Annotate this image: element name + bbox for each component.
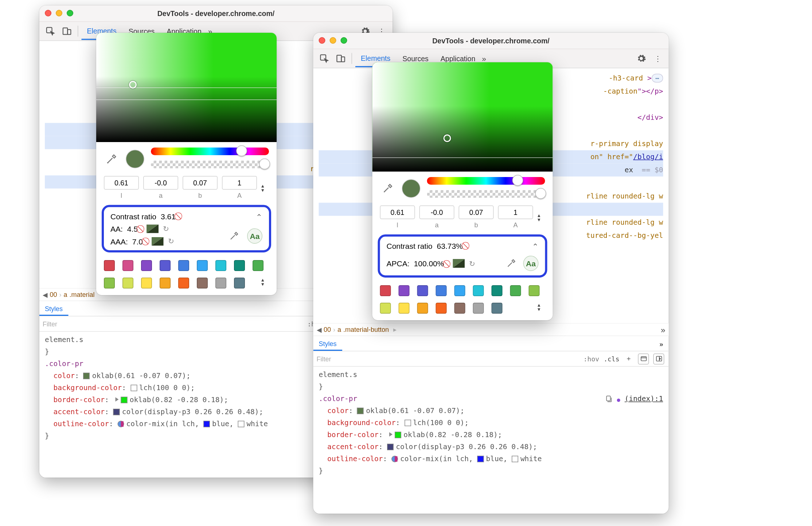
- crumb-item[interactable]: a: [337, 326, 341, 333]
- minimize-icon[interactable]: [330, 37, 336, 44]
- alpha-input[interactable]: [498, 205, 533, 219]
- palette-swatch[interactable]: [141, 278, 152, 288]
- palette-swatch[interactable]: [417, 285, 428, 296]
- palette-swatch[interactable]: [160, 278, 171, 288]
- palette-swatch[interactable]: [454, 285, 465, 296]
- palette-swatch[interactable]: [399, 303, 410, 314]
- tab-styles[interactable]: Styles: [39, 302, 68, 316]
- palette-swatch[interactable]: [178, 260, 189, 271]
- close-icon[interactable]: [319, 37, 325, 44]
- b-input[interactable]: [183, 176, 218, 190]
- palette-swatch[interactable]: [417, 303, 428, 314]
- alpha-slider[interactable]: [427, 190, 545, 198]
- eyedropper-icon[interactable]: [380, 181, 395, 196]
- eyedropper-icon[interactable]: [504, 256, 519, 271]
- maximize-icon[interactable]: [67, 10, 73, 16]
- inspect-icon[interactable]: [317, 51, 332, 66]
- css-declaration[interactable]: color: oklab(0.61 -0.07 0.07);: [319, 405, 663, 417]
- plus-icon[interactable]: ＋: [624, 354, 634, 364]
- saturation-field[interactable]: [372, 62, 553, 172]
- crumb-item[interactable]: 00: [324, 326, 331, 333]
- format-spinner[interactable]: ▴▾: [538, 213, 545, 221]
- palette-swatch[interactable]: [253, 260, 263, 271]
- palette-swatch[interactable]: [141, 260, 152, 271]
- slider-knob[interactable]: [535, 188, 546, 199]
- href-link[interactable]: /blog/i: [633, 153, 663, 161]
- chevron-up-icon[interactable]: ⌃: [532, 242, 539, 251]
- reload-icon[interactable]: ↻: [168, 237, 174, 246]
- device-icon[interactable]: [333, 51, 348, 66]
- b-input[interactable]: [459, 205, 494, 219]
- reload-icon[interactable]: ↻: [163, 225, 169, 233]
- palette-swatch[interactable]: [380, 285, 391, 296]
- more-tabs-icon[interactable]: »: [482, 54, 486, 63]
- style-icon[interactable]: [638, 353, 649, 364]
- a-input[interactable]: [419, 205, 454, 219]
- palette-swatch[interactable]: [473, 285, 484, 296]
- palette-swatch[interactable]: [529, 285, 540, 296]
- palette-swatch[interactable]: [399, 285, 410, 296]
- crumb-item[interactable]: .material-button: [343, 326, 389, 333]
- alpha-slider[interactable]: [151, 161, 269, 168]
- filter-input[interactable]: Filter: [313, 355, 363, 362]
- slider-knob[interactable]: [512, 175, 523, 186]
- chevron-left-icon[interactable]: ◂: [317, 323, 322, 335]
- breadcrumb[interactable]: ◂ 00 › a .material-button ▸ »: [313, 323, 669, 336]
- contrast-swatch[interactable]: [453, 259, 465, 268]
- eyedropper-icon[interactable]: [104, 152, 119, 167]
- contrast-swatch[interactable]: [152, 237, 164, 246]
- source-link[interactable]: (index):1: [605, 393, 663, 405]
- css-declaration[interactable]: background-color: lch(100 0 0);: [319, 417, 663, 429]
- minimize-icon[interactable]: [56, 10, 62, 16]
- alpha-input[interactable]: [222, 176, 257, 190]
- slider-knob[interactable]: [259, 158, 270, 169]
- palette-swatch[interactable]: [122, 260, 133, 271]
- filter-input[interactable]: Filter: [39, 320, 89, 327]
- format-spinner[interactable]: ▴▾: [261, 183, 269, 192]
- palette-swatch[interactable]: [178, 278, 189, 288]
- close-icon[interactable]: [45, 10, 51, 16]
- palette-spinner[interactable]: ▴▾: [261, 278, 269, 286]
- palette-swatch[interactable]: [234, 260, 245, 271]
- color-handle[interactable]: [129, 81, 137, 89]
- tab-styles[interactable]: Styles: [313, 337, 342, 351]
- palette-swatch[interactable]: [473, 303, 484, 314]
- styles-pane[interactable]: element.s } .color-pr (index):1 color: o…: [313, 368, 669, 478]
- a-input[interactable]: [143, 176, 178, 190]
- overflow-icon[interactable]: »: [659, 340, 668, 348]
- palette-swatch[interactable]: [197, 260, 208, 271]
- hue-slider[interactable]: [151, 148, 269, 155]
- palette-spinner[interactable]: ▴▾: [538, 303, 545, 311]
- palette-swatch[interactable]: [122, 278, 133, 288]
- saturation-field[interactable]: [96, 33, 277, 142]
- crumb-item[interactable]: a: [64, 291, 67, 298]
- crumb-item[interactable]: 00: [50, 291, 57, 298]
- palette-swatch[interactable]: [104, 278, 115, 288]
- color-picker[interactable]: l a b A ▴▾ Contrast ratio 3.61 ⃠ ⌃ AA: 4…: [96, 33, 277, 295]
- hue-slider[interactable]: [427, 177, 545, 185]
- chevron-right-icon[interactable]: ▸: [393, 326, 397, 333]
- device-icon[interactable]: [59, 24, 74, 39]
- palette-swatch[interactable]: [380, 303, 391, 314]
- chevron-left-icon[interactable]: ◂: [43, 288, 48, 301]
- reload-icon[interactable]: ↻: [469, 259, 475, 268]
- palette-swatch[interactable]: [492, 303, 503, 314]
- color-handle[interactable]: [444, 134, 451, 142]
- chevron-up-icon[interactable]: ⌃: [256, 213, 262, 221]
- panel-right-icon[interactable]: [653, 353, 664, 364]
- crumb-item[interactable]: .material: [70, 291, 95, 298]
- palette-swatch[interactable]: [197, 278, 208, 288]
- palette-swatch[interactable]: [215, 260, 226, 271]
- palette-swatch[interactable]: [436, 285, 447, 296]
- settings-icon[interactable]: [634, 51, 649, 66]
- title-bar[interactable]: DevTools - developer.chrome.com/: [313, 33, 669, 49]
- inspect-icon[interactable]: [43, 24, 58, 39]
- overflow-icon[interactable]: »: [661, 325, 665, 334]
- contrast-swatch[interactable]: [147, 224, 159, 233]
- cls-toggle[interactable]: .cls: [604, 355, 619, 362]
- eyedropper-icon[interactable]: [226, 228, 242, 244]
- palette-swatch[interactable]: [160, 260, 171, 271]
- title-bar[interactable]: DevTools - developer.chrome.com/: [39, 5, 393, 22]
- l-input[interactable]: [104, 176, 139, 190]
- color-picker[interactable]: l a b A ▴▾ Contrast ratio 63.73% ⃠ ⌃ APC…: [372, 62, 553, 320]
